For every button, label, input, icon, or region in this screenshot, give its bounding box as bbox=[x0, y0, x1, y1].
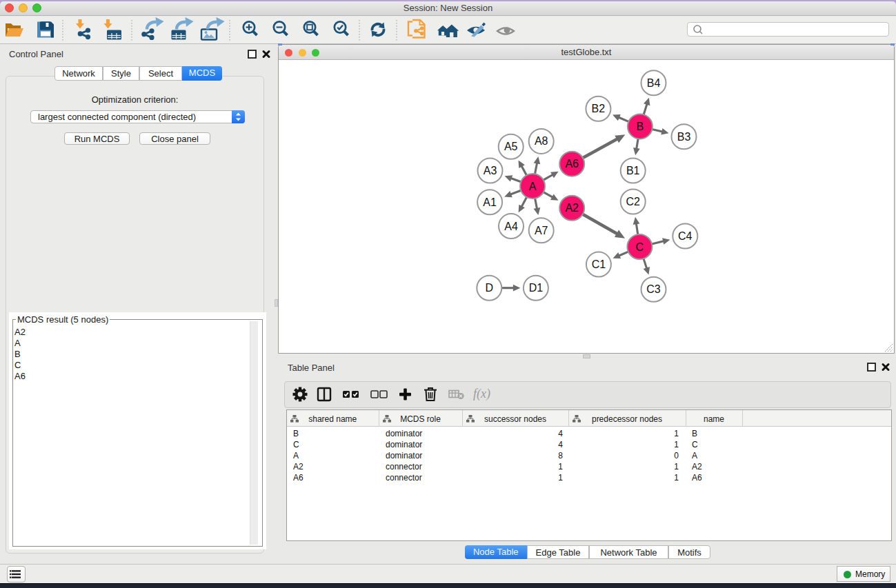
svg-text:C: C bbox=[636, 241, 644, 252]
svg-text:B1: B1 bbox=[626, 165, 640, 176]
svg-text:A: A bbox=[529, 180, 537, 192]
svg-text:A1: A1 bbox=[483, 196, 497, 207]
svg-text:C1: C1 bbox=[592, 258, 606, 270]
svg-text:B3: B3 bbox=[677, 130, 691, 142]
svg-text:B2: B2 bbox=[592, 103, 606, 114]
svg-text:B4: B4 bbox=[647, 77, 661, 88]
svg-text:C4: C4 bbox=[678, 230, 693, 242]
svg-text:A7: A7 bbox=[535, 224, 548, 236]
svg-text:A4: A4 bbox=[504, 220, 518, 232]
svg-text:A3: A3 bbox=[484, 165, 497, 176]
svg-text:A6: A6 bbox=[565, 158, 579, 170]
svg-text:C3: C3 bbox=[646, 283, 661, 295]
svg-text:D: D bbox=[486, 282, 494, 294]
svg-text:D1: D1 bbox=[529, 282, 544, 294]
svg-text:B: B bbox=[637, 120, 644, 132]
svg-text:A5: A5 bbox=[504, 141, 518, 152]
svg-text:A2: A2 bbox=[565, 202, 579, 214]
svg-text:A8: A8 bbox=[535, 135, 548, 147]
svg-text:C2: C2 bbox=[626, 196, 640, 207]
